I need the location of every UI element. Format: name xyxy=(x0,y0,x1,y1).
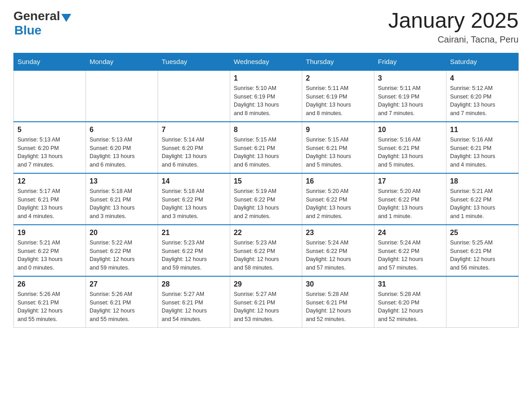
table-row: 14Sunrise: 5:18 AM Sunset: 6:22 PM Dayli… xyxy=(158,173,230,225)
day-info: Sunrise: 5:25 AM Sunset: 6:21 PM Dayligh… xyxy=(450,239,515,272)
day-number: 11 xyxy=(450,126,515,134)
day-number: 15 xyxy=(234,177,298,185)
day-info: Sunrise: 5:28 AM Sunset: 6:21 PM Dayligh… xyxy=(306,290,370,324)
day-number: 27 xyxy=(90,280,154,288)
day-info: Sunrise: 5:26 AM Sunset: 6:21 PM Dayligh… xyxy=(90,290,154,324)
day-info: Sunrise: 5:20 AM Sunset: 6:22 PM Dayligh… xyxy=(378,187,442,221)
day-info: Sunrise: 5:13 AM Sunset: 6:20 PM Dayligh… xyxy=(90,136,154,169)
table-row: 13Sunrise: 5:18 AM Sunset: 6:21 PM Dayli… xyxy=(86,173,158,225)
day-number: 2 xyxy=(306,74,370,82)
day-number: 7 xyxy=(162,126,226,134)
header-monday: Monday xyxy=(86,53,158,70)
table-row: 4Sunrise: 5:12 AM Sunset: 6:20 PM Daylig… xyxy=(446,70,519,122)
title-area: January 2025 Cairani, Tacna, Peru xyxy=(388,9,519,45)
day-info: Sunrise: 5:24 AM Sunset: 6:22 PM Dayligh… xyxy=(378,239,442,272)
day-info: Sunrise: 5:13 AM Sunset: 6:20 PM Dayligh… xyxy=(17,136,82,169)
logo-general: General xyxy=(13,9,60,23)
day-number: 16 xyxy=(306,177,370,185)
table-row: 24Sunrise: 5:24 AM Sunset: 6:22 PM Dayli… xyxy=(374,225,446,276)
day-info: Sunrise: 5:20 AM Sunset: 6:22 PM Dayligh… xyxy=(306,187,370,221)
day-number: 3 xyxy=(378,74,442,82)
day-info: Sunrise: 5:23 AM Sunset: 6:22 PM Dayligh… xyxy=(162,239,226,272)
day-number: 26 xyxy=(17,280,82,288)
table-row: 19Sunrise: 5:21 AM Sunset: 6:22 PM Dayli… xyxy=(14,225,86,276)
day-info: Sunrise: 5:16 AM Sunset: 6:21 PM Dayligh… xyxy=(450,136,515,169)
day-number: 23 xyxy=(306,229,370,237)
header-saturday: Saturday xyxy=(446,53,519,70)
day-number: 22 xyxy=(234,229,298,237)
day-info: Sunrise: 5:23 AM Sunset: 6:22 PM Dayligh… xyxy=(234,239,298,272)
day-info: Sunrise: 5:11 AM Sunset: 6:19 PM Dayligh… xyxy=(378,84,442,118)
day-info: Sunrise: 5:18 AM Sunset: 6:22 PM Dayligh… xyxy=(162,187,226,221)
day-info: Sunrise: 5:15 AM Sunset: 6:21 PM Dayligh… xyxy=(306,136,370,169)
table-row: 29Sunrise: 5:27 AM Sunset: 6:21 PM Dayli… xyxy=(230,276,302,328)
day-number: 12 xyxy=(17,177,82,185)
table-row xyxy=(86,70,158,122)
table-row: 8Sunrise: 5:15 AM Sunset: 6:21 PM Daylig… xyxy=(230,122,302,173)
day-number: 4 xyxy=(450,74,515,82)
calendar-week-row: 1Sunrise: 5:10 AM Sunset: 6:19 PM Daylig… xyxy=(14,70,519,122)
table-row: 6Sunrise: 5:13 AM Sunset: 6:20 PM Daylig… xyxy=(86,122,158,173)
table-row: 16Sunrise: 5:20 AM Sunset: 6:22 PM Dayli… xyxy=(302,173,374,225)
calendar-week-row: 19Sunrise: 5:21 AM Sunset: 6:22 PM Dayli… xyxy=(14,225,519,276)
day-number: 25 xyxy=(450,229,515,237)
header-friday: Friday xyxy=(374,53,446,70)
day-info: Sunrise: 5:24 AM Sunset: 6:22 PM Dayligh… xyxy=(306,239,370,272)
calendar-header-row: Sunday Monday Tuesday Wednesday Thursday… xyxy=(14,53,519,70)
day-number: 8 xyxy=(234,126,298,134)
day-info: Sunrise: 5:17 AM Sunset: 6:21 PM Dayligh… xyxy=(17,187,82,221)
table-row xyxy=(14,70,86,122)
table-row xyxy=(158,70,230,122)
table-row: 17Sunrise: 5:20 AM Sunset: 6:22 PM Dayli… xyxy=(374,173,446,225)
table-row: 18Sunrise: 5:21 AM Sunset: 6:22 PM Dayli… xyxy=(446,173,519,225)
table-row: 7Sunrise: 5:14 AM Sunset: 6:20 PM Daylig… xyxy=(158,122,230,173)
day-info: Sunrise: 5:22 AM Sunset: 6:22 PM Dayligh… xyxy=(90,239,154,272)
table-row: 25Sunrise: 5:25 AM Sunset: 6:21 PM Dayli… xyxy=(446,225,519,276)
table-row: 11Sunrise: 5:16 AM Sunset: 6:21 PM Dayli… xyxy=(446,122,519,173)
day-number: 5 xyxy=(17,126,82,134)
day-info: Sunrise: 5:10 AM Sunset: 6:19 PM Dayligh… xyxy=(234,84,298,118)
table-row: 2Sunrise: 5:11 AM Sunset: 6:19 PM Daylig… xyxy=(302,70,374,122)
table-row: 30Sunrise: 5:28 AM Sunset: 6:21 PM Dayli… xyxy=(302,276,374,328)
table-row: 12Sunrise: 5:17 AM Sunset: 6:21 PM Dayli… xyxy=(14,173,86,225)
day-info: Sunrise: 5:27 AM Sunset: 6:21 PM Dayligh… xyxy=(162,290,226,324)
table-row: 23Sunrise: 5:24 AM Sunset: 6:22 PM Dayli… xyxy=(302,225,374,276)
page-subtitle: Cairani, Tacna, Peru xyxy=(388,34,519,45)
day-info: Sunrise: 5:11 AM Sunset: 6:19 PM Dayligh… xyxy=(306,84,370,118)
table-row: 20Sunrise: 5:22 AM Sunset: 6:22 PM Dayli… xyxy=(86,225,158,276)
table-row: 10Sunrise: 5:16 AM Sunset: 6:21 PM Dayli… xyxy=(374,122,446,173)
table-row: 31Sunrise: 5:28 AM Sunset: 6:20 PM Dayli… xyxy=(374,276,446,328)
table-row: 9Sunrise: 5:15 AM Sunset: 6:21 PM Daylig… xyxy=(302,122,374,173)
day-info: Sunrise: 5:14 AM Sunset: 6:20 PM Dayligh… xyxy=(162,136,226,169)
day-info: Sunrise: 5:28 AM Sunset: 6:20 PM Dayligh… xyxy=(378,290,442,324)
logo: General Blue xyxy=(13,9,71,38)
day-number: 13 xyxy=(90,177,154,185)
table-row: 21Sunrise: 5:23 AM Sunset: 6:22 PM Dayli… xyxy=(158,225,230,276)
day-number: 1 xyxy=(234,74,298,82)
day-info: Sunrise: 5:26 AM Sunset: 6:21 PM Dayligh… xyxy=(17,290,82,324)
day-info: Sunrise: 5:21 AM Sunset: 6:22 PM Dayligh… xyxy=(450,187,515,221)
day-number: 21 xyxy=(162,229,226,237)
day-number: 6 xyxy=(90,126,154,134)
logo-triangle-icon xyxy=(61,14,71,22)
day-number: 31 xyxy=(378,280,442,288)
table-row: 1Sunrise: 5:10 AM Sunset: 6:19 PM Daylig… xyxy=(230,70,302,122)
day-info: Sunrise: 5:16 AM Sunset: 6:21 PM Dayligh… xyxy=(378,136,442,169)
day-number: 9 xyxy=(306,126,370,134)
table-row: 5Sunrise: 5:13 AM Sunset: 6:20 PM Daylig… xyxy=(14,122,86,173)
day-info: Sunrise: 5:19 AM Sunset: 6:22 PM Dayligh… xyxy=(234,187,298,221)
day-number: 14 xyxy=(162,177,226,185)
day-number: 20 xyxy=(90,229,154,237)
table-row: 3Sunrise: 5:11 AM Sunset: 6:19 PM Daylig… xyxy=(374,70,446,122)
table-row: 27Sunrise: 5:26 AM Sunset: 6:21 PM Dayli… xyxy=(86,276,158,328)
day-info: Sunrise: 5:18 AM Sunset: 6:21 PM Dayligh… xyxy=(90,187,154,221)
day-number: 30 xyxy=(306,280,370,288)
day-number: 29 xyxy=(234,280,298,288)
day-number: 24 xyxy=(378,229,442,237)
svg-marker-0 xyxy=(61,14,71,22)
calendar-week-row: 26Sunrise: 5:26 AM Sunset: 6:21 PM Dayli… xyxy=(14,276,519,328)
calendar-table: Sunday Monday Tuesday Wednesday Thursday… xyxy=(13,53,519,328)
day-number: 19 xyxy=(17,229,82,237)
day-number: 17 xyxy=(378,177,442,185)
day-number: 18 xyxy=(450,177,515,185)
